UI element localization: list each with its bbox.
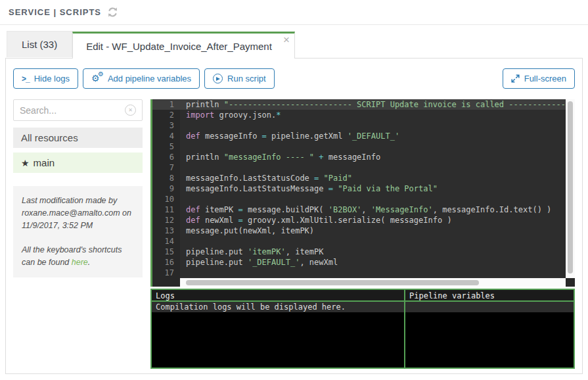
- line-number: 13: [152, 226, 180, 236]
- line-number: 15: [152, 247, 180, 257]
- code-token: println: [186, 100, 224, 109]
- refresh-icon[interactable]: [107, 7, 118, 18]
- hide-logs-label: Hide logs: [34, 74, 70, 83]
- last-modification-note: Last modification made by roxane.mace@am…: [22, 195, 134, 231]
- line-number: 11: [152, 204, 180, 215]
- line-number: 6: [152, 152, 180, 162]
- full-screen-label: Full-screen: [524, 74, 566, 83]
- main-panel: >_ Hide logs ⚙⚙ Add pipeline variables R…: [5, 58, 583, 374]
- code-token: messageInfo: [200, 131, 262, 141]
- code-line[interactable]: 3: [152, 120, 566, 131]
- code-line[interactable]: 15pipeline.put 'itemPK', itemPK: [152, 247, 566, 257]
- code-line[interactable]: 8messageInfo.LastStatusCode = "Paid": [152, 173, 566, 183]
- add-pipeline-variables-button[interactable]: ⚙⚙ Add pipeline variables: [83, 68, 200, 89]
- code-token: messageInfo.LastStatusCode: [186, 174, 314, 183]
- scrollbar-corner-left: [152, 278, 180, 287]
- line-code: println "-------------------------- SCRI…: [180, 99, 566, 110]
- code-token: itemPK: [200, 205, 238, 214]
- code-token: "messageInfo ---- ": [224, 153, 314, 162]
- line-number: 14: [152, 236, 180, 247]
- line-code: [180, 268, 566, 278]
- vertical-scrollbar-thumb[interactable]: [568, 101, 573, 273]
- code-line[interactable]: 1println "-------------------------- SCR…: [152, 99, 566, 110]
- shortcuts-note: All the keyboard's shortcuts can be foun…: [22, 244, 134, 269]
- code-token: , newXml: [300, 258, 338, 267]
- tab-edit-label: Edit - WF_Update_Invoice_After_Payment: [86, 41, 272, 52]
- code-token: +: [319, 153, 323, 162]
- code-line[interactable]: 14: [152, 236, 566, 247]
- content-area: ✕ All resources ★main Last modification …: [6, 99, 582, 369]
- search-input[interactable]: [20, 105, 125, 116]
- tab-list[interactable]: List (33): [7, 31, 72, 57]
- full-screen-button[interactable]: Full-screen: [503, 68, 575, 89]
- code-line[interactable]: 16pipeline.put '_DEFAULT_', newXml: [152, 257, 566, 268]
- code-line[interactable]: 7: [152, 162, 566, 173]
- code-token: '_DEFAULT_': [348, 131, 399, 141]
- code-token: =: [328, 184, 333, 193]
- code-token: =: [238, 205, 242, 214]
- logs-panel: Logs Compilation logs will be displayed …: [150, 289, 575, 369]
- pipeline-variables-header: Pipeline variables: [405, 290, 574, 302]
- line-number: 5: [152, 141, 180, 152]
- horizontal-scrollbar[interactable]: [180, 278, 566, 287]
- clear-search-icon[interactable]: ✕: [125, 105, 136, 116]
- code-token: groovy.json.: [214, 110, 276, 120]
- line-number: 3: [152, 120, 180, 131]
- sidebar-item-main[interactable]: ★main: [13, 153, 143, 173]
- code-line[interactable]: 17: [152, 268, 566, 278]
- code-line[interactable]: 9messageInfo.LastStatusMessage = "Paid v…: [152, 183, 566, 194]
- logs-column: Logs Compilation logs will be displayed …: [152, 290, 405, 368]
- code-line[interactable]: 6println "messageInfo ---- " + messageIn…: [152, 152, 566, 162]
- line-code: messageInfo.LastStatusMessage = "Paid vi…: [180, 183, 566, 194]
- line-code: def messageInfo = pipeline.getXml '_DEFA…: [180, 131, 566, 141]
- code-token: pipeline.put: [186, 247, 248, 256]
- code-token: messageInfo: [324, 153, 381, 162]
- run-script-label: Run script: [227, 74, 266, 83]
- sidebar-item-all-resources[interactable]: All resources: [13, 128, 143, 148]
- all-resources-label: All resources: [21, 132, 78, 143]
- vertical-scrollbar[interactable]: [566, 99, 575, 278]
- code-token: message.put(newXml, itemPK): [186, 226, 314, 235]
- shortcuts-link[interactable]: here: [72, 258, 88, 267]
- code-line[interactable]: 11def itemPK = message.buildPK( 'B2BOX',…: [152, 204, 566, 215]
- code-line[interactable]: 13message.put(newXml, itemPK): [152, 226, 566, 236]
- run-script-button[interactable]: Run script: [204, 68, 275, 89]
- horizontal-scrollbar-thumb[interactable]: [186, 280, 479, 285]
- add-pipeline-variables-label: Add pipeline variables: [108, 74, 191, 83]
- line-number: 16: [152, 257, 180, 268]
- code-line[interactable]: 5: [152, 141, 566, 152]
- tab-edit[interactable]: Edit - WF_Update_Invoice_After_Payment ×: [72, 32, 295, 59]
- hide-logs-button[interactable]: >_ Hide logs: [13, 68, 78, 89]
- info-note: Last modification made by roxane.mace@am…: [13, 186, 143, 277]
- scrollbar-corner-right: [566, 278, 575, 287]
- code-token: 'B2BOX': [328, 205, 362, 214]
- line-number: 8: [152, 173, 180, 183]
- code-token: *: [276, 110, 281, 120]
- code-token: messageInfo.LastStatusMessage: [186, 184, 328, 193]
- line-number: 17: [152, 268, 180, 278]
- code-line[interactable]: 12def newXml = groovy.xml.XmlUtil.serial…: [152, 215, 566, 226]
- code-editor[interactable]: 1println "-------------------------- SCR…: [150, 99, 575, 287]
- line-number: 1: [152, 99, 180, 110]
- code-token: ,: [361, 205, 371, 214]
- code-token: import: [186, 110, 214, 120]
- code-token: newXml: [200, 216, 238, 225]
- shortcuts-note-period: .: [88, 258, 90, 267]
- line-code: pipeline.put 'itemPK', itemPK: [180, 247, 566, 257]
- code-line[interactable]: 2import groovy.json.*: [152, 110, 566, 120]
- line-code: [180, 141, 566, 152]
- code-token: , itemPK: [286, 247, 324, 256]
- code-token: =: [262, 131, 267, 141]
- sidebar: ✕ All resources ★main Last modification …: [13, 99, 143, 369]
- code-token: groovy.xml.XmlUtil.serialize( messageInf…: [243, 216, 452, 225]
- fullscreen-icon: [511, 74, 520, 83]
- logs-message-row: Compilation logs will be displayed here.: [152, 302, 404, 312]
- code-token: def: [186, 216, 200, 225]
- close-icon[interactable]: ×: [283, 34, 290, 45]
- line-number: 10: [152, 194, 180, 204]
- star-icon: ★: [21, 158, 30, 168]
- code-token: =: [238, 216, 242, 225]
- line-code: println "messageInfo ---- " + messageInf…: [180, 152, 566, 162]
- code-line[interactable]: 4def messageInfo = pipeline.getXml '_DEF…: [152, 131, 566, 141]
- code-line[interactable]: 10: [152, 194, 566, 204]
